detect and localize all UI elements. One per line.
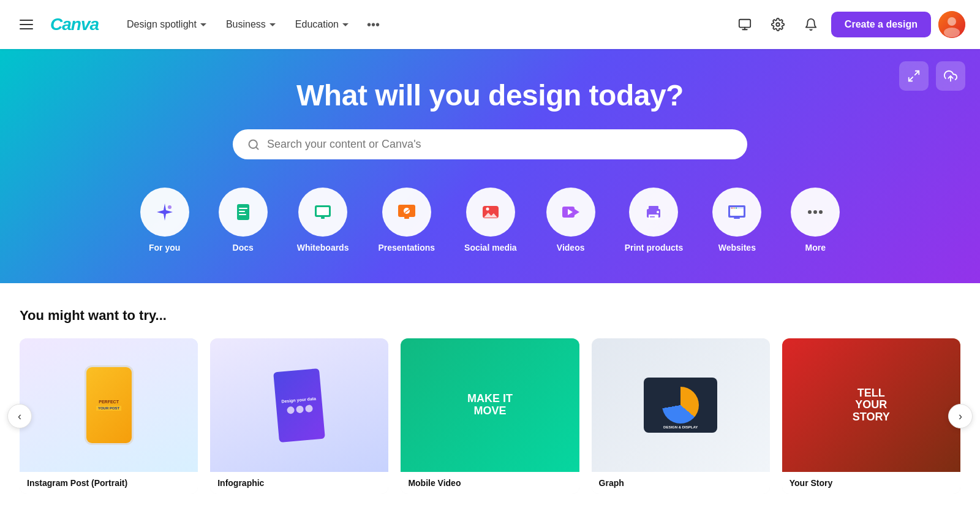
navbar: Canva Design spotlight Business Educatio… <box>0 0 980 49</box>
more-dots-icon <box>804 201 826 223</box>
card-graph[interactable]: DESIGN & DISPLAY Graph <box>592 338 770 494</box>
svg-rect-18 <box>317 207 329 215</box>
nav-right: Create a design <box>732 11 965 38</box>
card-mobile-video-image: MAKE ITMOVE <box>401 338 579 472</box>
category-presentations[interactable]: Presentations <box>363 181 450 259</box>
print-products-circle <box>629 188 678 237</box>
print-products-label: Print products <box>625 243 684 253</box>
for-you-circle <box>140 188 189 237</box>
docs-icon <box>232 201 254 223</box>
social-media-icon <box>480 201 502 223</box>
category-docs[interactable]: Docs <box>204 181 282 259</box>
svg-point-6 <box>944 28 960 37</box>
card-mobile-video[interactable]: MAKE ITMOVE Mobile Video <box>401 338 579 494</box>
avatar-image <box>938 11 965 38</box>
nav-business[interactable]: Business <box>217 14 284 35</box>
svg-point-41 <box>813 210 817 214</box>
card-your-story[interactable]: TELLYOURSTORY Your Story <box>782 338 960 494</box>
card-your-story-label: Your Story <box>782 472 960 494</box>
presentations-label: Presentations <box>378 243 435 253</box>
search-input[interactable] <box>267 138 733 151</box>
hero-title: What will you design today? <box>0 78 980 112</box>
svg-rect-35 <box>734 218 740 219</box>
card-instagram-label: Instagram Post (Portrait) <box>20 472 198 494</box>
card-mobile-video-label: Mobile Video <box>401 472 579 494</box>
svg-rect-15 <box>239 211 245 212</box>
svg-point-24 <box>486 208 489 211</box>
category-print-products[interactable]: Print products <box>610 181 698 259</box>
hero-section: What will you design today? For you <box>0 49 980 283</box>
category-social-media[interactable]: Social media <box>450 181 532 259</box>
card-infographic-label: Infographic <box>210 472 388 494</box>
print-icon <box>643 201 665 223</box>
videos-circle <box>546 188 595 237</box>
videos-icon <box>560 201 582 223</box>
category-for-you[interactable]: For you <box>126 181 204 259</box>
svg-rect-22 <box>404 217 409 219</box>
category-whiteboards[interactable]: Whiteboards <box>282 181 364 259</box>
category-icons: For you Docs Whiteboards <box>0 181 980 259</box>
card-infographic[interactable]: Design your data Infographic <box>210 338 388 494</box>
svg-point-39 <box>736 208 737 209</box>
chevron-down-icon <box>270 23 276 26</box>
card-graph-image: DESIGN & DISPLAY <box>592 338 770 472</box>
nav-design-spotlight[interactable]: Design spotlight <box>118 14 215 35</box>
resize-icon <box>907 69 921 83</box>
presentations-icon <box>396 201 418 223</box>
nav-education-label: Education <box>295 19 339 30</box>
canva-logo: Canva <box>50 15 99 34</box>
docs-label: Docs <box>233 243 254 253</box>
sparkle-icon <box>154 201 176 223</box>
carousel-prev-button[interactable]: ‹ <box>7 404 32 428</box>
svg-point-40 <box>808 210 812 214</box>
svg-rect-29 <box>649 206 658 210</box>
section-title: You might want to try... <box>20 308 960 324</box>
hamburger-menu[interactable] <box>15 15 38 34</box>
chevron-down-icon <box>200 23 206 26</box>
chevron-down-icon <box>342 23 349 26</box>
videos-label: Videos <box>557 243 585 253</box>
card-infographic-image: Design your data <box>210 338 388 472</box>
search-icon <box>247 139 260 151</box>
svg-marker-26 <box>575 209 579 215</box>
more-label: More <box>805 243 826 253</box>
svg-line-11 <box>256 146 258 149</box>
settings-button[interactable] <box>765 12 791 37</box>
avatar[interactable] <box>938 11 965 38</box>
svg-line-7 <box>915 71 919 75</box>
whiteboard-icon <box>312 201 334 223</box>
svg-point-37 <box>731 208 733 209</box>
for-you-label: For you <box>149 243 180 253</box>
create-design-button[interactable]: Create a design <box>831 12 931 37</box>
navbar-logo-group: Canva <box>15 15 99 34</box>
category-videos[interactable]: Videos <box>532 181 610 259</box>
upload-icon-button[interactable] <box>936 61 965 91</box>
social-media-circle <box>466 188 515 237</box>
svg-rect-14 <box>239 208 247 209</box>
card-instagram-post[interactable]: PERFECT YOUR POST Instagram Post (Portra… <box>20 338 198 494</box>
upload-cloud-icon <box>944 69 957 83</box>
try-section: You might want to try... ‹ PERFECT YOUR … <box>0 283 980 513</box>
whiteboards-circle <box>298 188 347 237</box>
svg-point-5 <box>948 17 956 26</box>
svg-point-38 <box>734 208 735 209</box>
resize-icon-button[interactable] <box>899 61 929 91</box>
card-instagram-image: PERFECT YOUR POST <box>20 338 198 472</box>
bell-icon <box>804 18 818 31</box>
nav-business-label: Business <box>226 19 266 30</box>
gear-icon <box>771 18 785 31</box>
svg-point-42 <box>819 210 823 214</box>
websites-icon <box>726 201 748 223</box>
carousel-next-button[interactable]: › <box>948 404 973 428</box>
category-more[interactable]: More <box>776 181 854 259</box>
nav-more-dots[interactable]: ••• <box>360 13 387 37</box>
nav-education[interactable]: Education <box>287 14 357 35</box>
search-bar[interactable] <box>233 129 747 159</box>
category-websites[interactable]: Websites <box>698 181 776 259</box>
presentations-circle <box>382 188 431 237</box>
svg-point-3 <box>776 23 780 26</box>
websites-label: Websites <box>718 243 756 253</box>
monitor-button[interactable] <box>732 12 758 37</box>
docs-circle <box>219 188 268 237</box>
notifications-button[interactable] <box>798 12 824 37</box>
